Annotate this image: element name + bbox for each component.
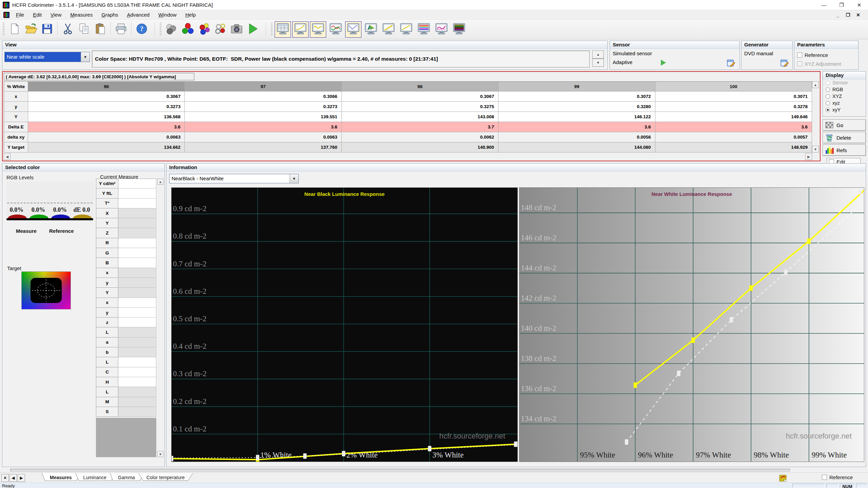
chevron-down-icon[interactable]: ▼ <box>290 174 298 183</box>
current-measure-scrollbar[interactable]: ▲ ▼ <box>158 179 164 457</box>
cell-x-98[interactable]: 0.3067 <box>342 92 498 102</box>
radio-icon[interactable] <box>826 87 830 92</box>
color-balls-button[interactable] <box>196 21 212 38</box>
info-spin-down-button[interactable]: ▼ <box>592 59 604 67</box>
column-header-100[interactable]: 100 <box>655 81 812 92</box>
cell-x-97[interactable]: 0.3066 <box>185 92 341 102</box>
sensor-settings-icon[interactable] <box>727 59 735 67</box>
horizontal-scrollbar-track[interactable] <box>10 469 790 471</box>
menu-file[interactable]: File <box>12 11 28 19</box>
cell-delta-e-96[interactable]: 3.6 <box>28 122 185 132</box>
column-header-96[interactable]: 96 <box>28 81 185 92</box>
menu-measures[interactable]: Measures <box>66 11 97 19</box>
tab-scroll-left-icon[interactable]: ◀ <box>9 474 17 482</box>
print-button[interactable] <box>113 21 129 38</box>
column-header-97[interactable]: 97 <box>185 81 341 92</box>
cell-delta-e-100[interactable]: 3.6 <box>655 122 812 132</box>
monitor-gamut-button[interactable] <box>363 21 379 38</box>
display-option-xyy[interactable]: xyY <box>823 106 866 113</box>
radio-icon[interactable] <box>826 101 830 105</box>
cell-y-96[interactable]: 0.3273 <box>28 102 185 112</box>
help-button[interactable]: ? <box>134 21 150 38</box>
run-measure-button[interactable] <box>245 21 261 38</box>
display-option-rgb[interactable]: RGB <box>823 86 866 93</box>
tab-scroll-right-icon[interactable]: ▶ <box>18 474 25 482</box>
delete-button[interactable]: Delete <box>823 132 866 143</box>
menu-window[interactable]: Window <box>154 11 181 19</box>
reference-checkbox-row[interactable]: Reference <box>822 474 853 480</box>
cell-x-96[interactable]: 0.3067 <box>28 92 185 102</box>
monitor-diagonal-button[interactable] <box>398 21 414 38</box>
monitor-rgb-levels-button[interactable] <box>328 21 344 38</box>
display-option-xyz[interactable]: xyz <box>823 100 866 106</box>
paste-button[interactable] <box>92 21 108 38</box>
tab-measures[interactable]: Measures <box>42 473 80 483</box>
scroll-up-icon[interactable]: ▲ <box>812 81 819 88</box>
menu-advanced[interactable]: Advanced <box>122 11 154 19</box>
menu-graphs[interactable]: Graphs <box>97 11 122 19</box>
table-horizontal-scrollbar[interactable]: ◀ ▶ <box>4 153 812 161</box>
close-view-button[interactable]: ✕ <box>1 474 9 482</box>
close-button[interactable]: ✕ <box>850 0 868 10</box>
radio-icon[interactable] <box>826 94 830 99</box>
checkbox[interactable] <box>797 53 802 58</box>
tab-luminance[interactable]: Luminance <box>75 473 115 483</box>
cell-delta-e-97[interactable]: 3.6 <box>185 122 341 132</box>
info-spin-up-button[interactable]: ▲ <box>592 50 604 59</box>
cell-delta-xy-99[interactable]: 0.0056 <box>498 132 655 142</box>
monitor-steps-button[interactable] <box>380 21 397 38</box>
menu-view[interactable]: View <box>46 11 66 19</box>
go-button[interactable]: Go <box>823 119 866 131</box>
cell-delta-e-98[interactable]: 3.7 <box>342 122 498 132</box>
graph-select[interactable]: NearBlack - NearWhite ▼ <box>169 174 299 183</box>
monitor-v-curve-button[interactable] <box>345 21 361 38</box>
scroll-left-icon[interactable]: ◀ <box>4 153 11 160</box>
cell-y-99[interactable]: 0.3280 <box>498 102 655 112</box>
parameter-reference[interactable]: Reference <box>797 50 841 59</box>
monitor-table-button[interactable] <box>275 21 291 38</box>
cell-delta-xy-97[interactable]: 0.0063 <box>185 132 341 142</box>
sensor-run-icon[interactable] <box>661 60 666 66</box>
color-rings-button[interactable] <box>212 21 229 38</box>
column-header-98[interactable]: 98 <box>342 81 498 92</box>
mdi-restore-button[interactable]: ❐ <box>843 11 853 19</box>
menu-edit[interactable]: Edit <box>28 11 46 19</box>
copy-button[interactable] <box>76 21 92 38</box>
refs-button[interactable]: Refs <box>823 144 866 156</box>
mdi-close-button[interactable]: ✕ <box>853 11 863 19</box>
new-document-button[interactable] <box>6 21 23 38</box>
table-vertical-scrollbar[interactable]: ▲ ▼ <box>812 81 819 152</box>
cell-x-100[interactable]: 0.3071 <box>655 92 812 102</box>
cell-y-98[interactable]: 143.008 <box>342 112 498 122</box>
cell-y-99[interactable]: 146.122 <box>498 112 655 122</box>
cell-y-target-98[interactable]: 140.900 <box>342 142 498 152</box>
cell-y-98[interactable]: 0.3275 <box>342 102 498 112</box>
monitor-gamma-curve-button[interactable] <box>292 21 309 38</box>
cell-y-97[interactable]: 0.3273 <box>185 102 341 112</box>
generator-settings-icon[interactable] <box>780 59 789 67</box>
open-folder-button[interactable] <box>23 21 39 38</box>
cell-y-target-97[interactable]: 137.760 <box>185 142 341 152</box>
cell-y-target-100[interactable]: 148.929 <box>655 142 812 152</box>
measure-grabber-icon[interactable] <box>778 474 787 482</box>
save-button[interactable] <box>39 21 55 38</box>
menu-help[interactable]: Help <box>181 11 200 19</box>
cell-y-target-96[interactable]: 134.662 <box>28 142 185 152</box>
rgb-balls-button[interactable] <box>180 21 196 38</box>
radio-icon[interactable] <box>826 108 830 112</box>
cell-y-97[interactable]: 139.551 <box>185 112 341 122</box>
monitor-magenta-curves-button[interactable] <box>433 21 450 38</box>
tab-color-temperature[interactable]: Color temperature <box>138 473 193 483</box>
reference-checkbox[interactable] <box>822 475 827 480</box>
camera-button[interactable] <box>229 21 245 38</box>
restore-button[interactable]: ❐ <box>833 0 850 10</box>
cell-y-100[interactable]: 0.3278 <box>655 102 812 112</box>
cut-button[interactable] <box>60 21 76 38</box>
cell-delta-e-99[interactable]: 3.6 <box>498 122 655 132</box>
monitor-stripes-button[interactable] <box>416 21 432 38</box>
cell-y-100[interactable]: 149.646 <box>655 112 812 122</box>
scroll-down-icon[interactable]: ▼ <box>812 146 819 152</box>
minimize-button[interactable]: — <box>815 0 833 10</box>
mdi-minimize-button[interactable]: _ <box>833 11 843 19</box>
chevron-down-icon[interactable]: ▼ <box>81 52 90 62</box>
